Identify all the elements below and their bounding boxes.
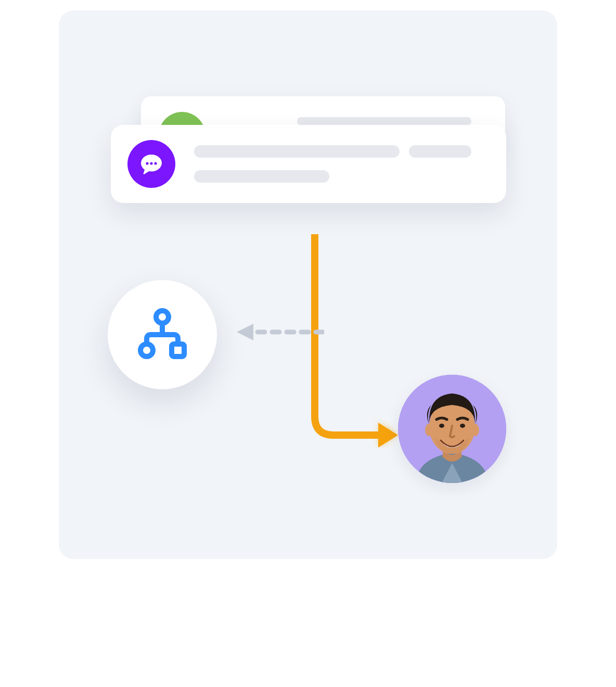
message-card-foreground xyxy=(111,125,506,203)
skeleton-lines xyxy=(194,145,490,183)
skeleton-line xyxy=(409,145,471,158)
svg-point-0 xyxy=(146,162,148,164)
routing-rules-node xyxy=(108,280,217,389)
routing-diagram-panel xyxy=(59,10,557,559)
svg-point-14 xyxy=(460,424,465,428)
skeleton-line xyxy=(194,145,400,158)
svg-marker-5 xyxy=(237,324,253,340)
flowchart-icon xyxy=(135,308,189,362)
svg-point-2 xyxy=(154,162,157,164)
skeleton-line xyxy=(297,117,471,125)
svg-point-12 xyxy=(471,424,479,436)
svg-point-11 xyxy=(425,424,433,436)
svg-point-1 xyxy=(150,162,152,164)
svg-marker-3 xyxy=(378,423,398,448)
svg-point-13 xyxy=(439,424,444,428)
agent-avatar xyxy=(398,375,506,483)
skeleton-line xyxy=(194,170,329,183)
chat-bubble-icon xyxy=(127,140,175,188)
rule-link-arrow-icon xyxy=(236,323,324,341)
route-arrow-icon xyxy=(309,234,402,448)
